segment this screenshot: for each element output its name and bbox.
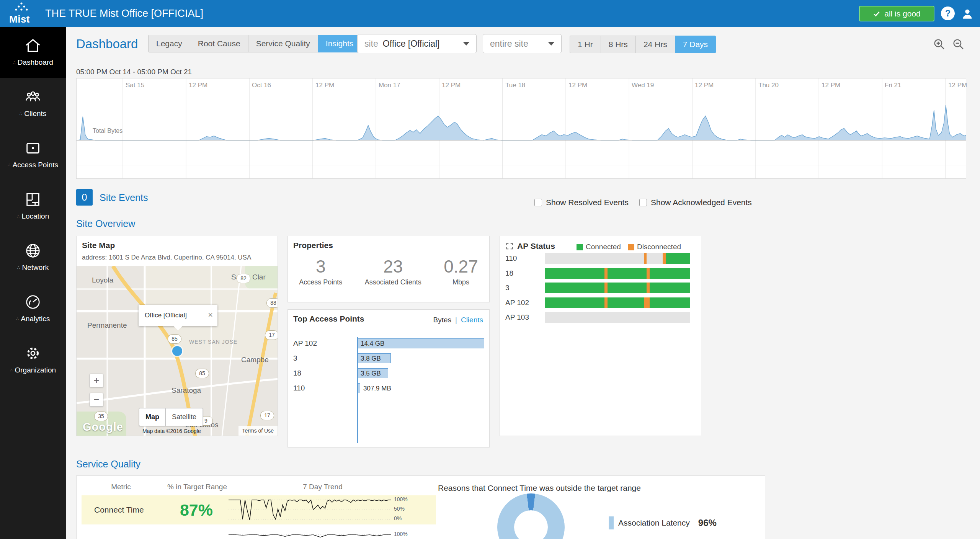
route-shield-35: 35 [94,412,108,421]
satellite-view-button[interactable]: Satellite [166,408,203,426]
ap-status-timeline-bar[interactable] [545,283,690,293]
google-map[interactable]: LoyolaSanta ClarPermanenteWEST SAN JOSEC… [77,266,278,436]
top-header-bar: Mist THE TRUE Mist Office [OFFICIAL] all… [0,0,980,27]
timeseries-axis-label: Sat 15 [126,82,144,89]
close-icon[interactable]: × [208,310,213,320]
status-segment-orange [604,297,608,308]
ap-status-timeline-bar[interactable] [545,312,690,323]
legend-label: Association Latency [618,518,690,528]
bytes-tab[interactable]: Bytes [433,316,451,324]
site-map-marker[interactable] [172,346,182,356]
properties-title: Properties [293,241,333,250]
time-button-1-hr[interactable]: 1 Hr [570,36,601,53]
ap-bytes-bar[interactable] [358,383,360,393]
map-place-west-san-jose: WEST SAN JOSE [189,339,237,345]
total-bytes-chart-panel[interactable]: Sat 1512 PMOct 1612 PMMon 1712 PMTue 181… [76,78,966,179]
service-quality-panel: Metric % in Target Range 7 Day Trend Con… [76,475,765,539]
map-place-saratoga: Saratoga [172,386,201,395]
checkbox-icon[interactable] [639,199,647,206]
sq-row-connect-time[interactable]: Connect Time 87% 100% 50% 0% [82,495,436,524]
sidebar-item-network[interactable]: ∴Network [0,232,66,283]
user-icon[interactable] [961,7,974,20]
stat-value: 23 [365,256,421,277]
help-icon[interactable]: ? [941,7,955,20]
map-view-button[interactable]: Map [139,408,166,426]
sidebar-item-analytics[interactable]: ∴Analytics [0,283,66,335]
legend-label: Disconnected [637,243,681,251]
scope-selector[interactable]: entire site [483,34,562,53]
time-button-24-hrs[interactable]: 24 Hrs [635,36,675,53]
terms-of-use-link[interactable]: Terms of Use [238,426,278,436]
timeseries-axis-label: Oct 16 [252,82,271,89]
axis-label-0: 0% [394,515,408,521]
status-segment-orange [644,297,650,308]
service-quality-heading[interactable]: Service Quality [76,459,140,470]
org-title: THE TRUE Mist Office [OFFICIAL] [45,0,203,27]
site-overview-heading[interactable]: Site Overview [76,218,135,229]
ap-status-row-label: 18 [505,269,513,278]
mist-logo[interactable]: Mist [4,0,39,27]
status-segment-green [650,297,690,308]
property-stat-associated-clients: 23 Associated Clients [365,256,421,286]
zoom-out-icon[interactable] [952,38,965,51]
stat-label: Access Points [299,278,342,286]
ap-bytes-value: 3.5 GB [361,370,381,377]
sidebar-item-clients[interactable]: ∴Clients [0,78,66,129]
sidebar-item-dashboard[interactable]: ∴Dashboard [0,27,66,78]
site-selector[interactable]: site Office [Official] [357,34,477,53]
zoom-in-icon[interactable] [933,38,946,51]
timeseries-axis-label: 12 PM [442,82,461,89]
expand-icon[interactable] [505,242,514,250]
view-button-legacy[interactable]: Legacy [148,35,190,52]
network-icon [0,242,66,260]
mist-dots-icon [14,2,29,15]
ap-status-timeline-bar[interactable] [545,268,690,279]
mist-dashboard-app: Mist THE TRUE Mist Office [OFFICIAL] all… [0,0,980,539]
checkbox-label: Show Resolved Events [546,198,629,207]
sparkline-axis-labels: 100% 50% 0% [394,531,408,539]
view-button-root-cause[interactable]: Root Cause [190,35,248,52]
mist-logo-text: Mist [9,13,30,25]
time-button-8-hrs[interactable]: 8 Hrs [601,36,636,53]
sidebar-item-location[interactable]: ∴Location [0,181,66,232]
check-icon [873,10,880,18]
sq-row-second-metric[interactable]: 98% 100% 50% 0% [82,530,436,539]
view-button-service-quality[interactable]: Service Quality [248,35,318,52]
site-events-link[interactable]: Site Events [100,192,148,203]
map-zoom-controls: + − [90,374,103,412]
show-resolved-events-checkbox[interactable]: Show Resolved Events [534,198,629,207]
sidebar-item-access-points[interactable]: ∴Access Points [0,129,66,181]
mist-dots-icon: ∴ [8,162,11,168]
route-shield-17: 17 [260,411,274,420]
axis-label-100: 100% [394,496,408,502]
time-button-7-days[interactable]: 7 Days [675,36,716,53]
status-segment-orange [604,268,608,279]
show-acknowledged-events-checkbox[interactable]: Show Acknowledged Events [639,198,752,207]
clients-tab[interactable]: Clients [461,316,483,324]
view-button-insights[interactable]: Insights [318,35,361,52]
status-segment-orange [647,283,650,293]
route-shield-85: 85 [168,334,181,344]
timeseries-axis-label: 12 PM [315,82,334,89]
property-stat-mbps: 0.27 Mbps [444,256,478,286]
checkbox-icon[interactable] [534,199,542,206]
all-is-good-button[interactable]: all is good [859,6,934,21]
ap-status-row-3: 3 [500,283,701,293]
timeseries-axis-label: 12 PM [695,82,714,89]
stat-value: 3 [299,256,342,277]
route-shield-82: 82 [237,274,250,283]
property-stats: 3 Access Points 23 Associated Clients 0.… [288,256,489,286]
map-zoom-out-button[interactable]: − [90,393,103,407]
stat-label: Mbps [444,278,478,286]
map-zoom-in-button[interactable]: + [90,374,103,387]
timeseries-axis-label: 12 PM [568,82,587,89]
property-stat-access-points: 3 Access Points [299,256,342,286]
status-segment-green [545,283,604,293]
sidebar-item-organization[interactable]: ∴Organization [0,335,66,386]
legend-swatch [577,244,583,250]
metric-name: Connect Time [94,505,144,514]
ap-status-timeline-bar[interactable] [545,253,690,264]
ap-status-timeline-bar[interactable] [545,297,690,308]
timeseries-axis-label: Tue 18 [505,82,525,89]
timeseries-axis-label: 12 PM [189,82,207,89]
